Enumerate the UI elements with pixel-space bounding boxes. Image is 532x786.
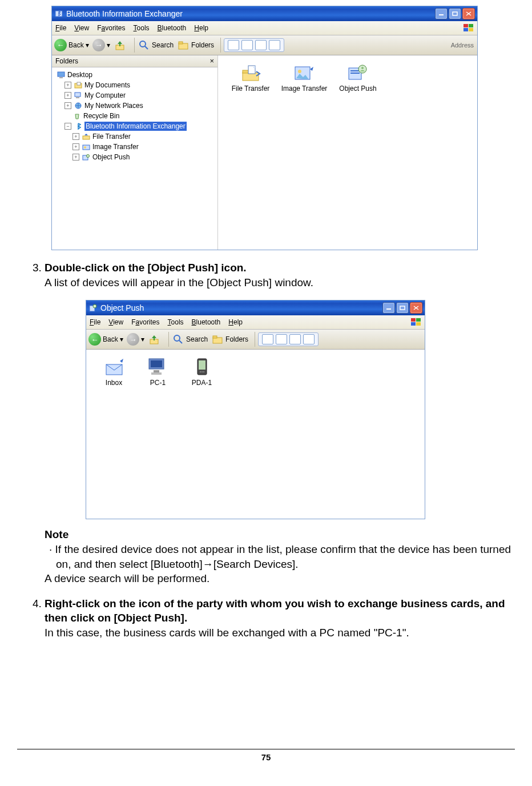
- view-icon-3[interactable]: [289, 334, 301, 344]
- search-button[interactable]: Search: [138, 39, 174, 51]
- menu-help[interactable]: Help: [228, 318, 243, 327]
- menu-favorites[interactable]: Favorites: [97, 23, 125, 33]
- view-icon-4[interactable]: [269, 40, 280, 50]
- menubar: File View Favorites Tools Bluetooth Help: [52, 21, 477, 35]
- svg-point-32: [361, 67, 364, 69]
- tree-mydocs[interactable]: +My Documents: [57, 80, 215, 90]
- svg-rect-3: [464, 24, 468, 27]
- step-4-title: Right-click on the icon of the party wit…: [45, 597, 505, 624]
- icon-view: Inbox PC-1 PDA-1: [86, 350, 425, 519]
- svg-rect-48: [154, 370, 159, 372]
- svg-rect-4: [469, 24, 473, 27]
- close-button[interactable]: [410, 302, 422, 314]
- page-number: 75: [17, 752, 515, 763]
- forward-button[interactable]: →▾: [127, 333, 144, 346]
- svg-rect-29: [350, 70, 360, 71]
- folders-button[interactable]: Folders: [177, 39, 214, 51]
- step-4-body: In this case, the business cards will be…: [45, 627, 409, 639]
- menu-view[interactable]: View: [74, 23, 89, 33]
- up-button[interactable]: [148, 333, 162, 346]
- svg-rect-35: [386, 308, 391, 310]
- svg-rect-14: [77, 82, 80, 85]
- back-button[interactable]: ←Back ▾: [88, 333, 123, 346]
- inbox-icon[interactable]: Inbox: [95, 356, 132, 387]
- maximize-button[interactable]: [449, 8, 461, 19]
- back-label: Back: [103, 335, 118, 344]
- svg-rect-11: [58, 72, 65, 77]
- search-button[interactable]: Search: [172, 333, 208, 346]
- menu-help[interactable]: Help: [194, 23, 208, 33]
- minimize-button[interactable]: [435, 8, 448, 19]
- step-3-body: A list of devices will appear in the [Ob…: [45, 276, 313, 288]
- note-heading: Note: [45, 527, 515, 542]
- object-push-icon[interactable]: Object Push: [334, 63, 381, 93]
- toolbar: ←Back ▾ →▾ Search Folders Address: [52, 35, 477, 55]
- folders-icon: [211, 333, 224, 346]
- svg-rect-30: [350, 73, 360, 74]
- window-bluetooth-info-exchanger: Bluetooth Information Exchanger File Vie…: [51, 6, 478, 250]
- menu-tools[interactable]: Tools: [168, 318, 184, 327]
- svg-rect-36: [400, 306, 405, 310]
- svg-rect-40: [416, 322, 421, 326]
- search-label: Search: [186, 335, 208, 344]
- menu-favorites[interactable]: Favorites: [131, 318, 159, 327]
- titlebar[interactable]: Object Push: [86, 300, 425, 315]
- folders-header-label: Folders: [55, 57, 78, 66]
- up-button[interactable]: [114, 39, 128, 51]
- view-buttons[interactable]: [224, 38, 284, 52]
- minimize-button[interactable]: [382, 302, 395, 314]
- note-block: Note · If the desired device does not ap…: [45, 527, 515, 586]
- window-title: Bluetooth Information Exchanger: [66, 9, 183, 19]
- tree-it[interactable]: +Image Transfer: [57, 142, 215, 152]
- tree-bie[interactable]: −Bluetooth Information Exchanger: [57, 121, 215, 131]
- svg-point-52: [199, 371, 200, 372]
- svg-point-22: [87, 155, 90, 158]
- svg-rect-10: [179, 42, 183, 44]
- tree-mynet[interactable]: +My Network Places: [57, 101, 215, 111]
- pc1-icon[interactable]: PC-1: [139, 356, 176, 387]
- view-icon-1[interactable]: [228, 40, 239, 50]
- view-buttons[interactable]: [258, 332, 319, 346]
- menu-tools[interactable]: Tools: [134, 23, 150, 33]
- window-object-push: Object Push File View Favorites Tools Bl…: [86, 300, 425, 519]
- menu-bluetooth[interactable]: Bluetooth: [158, 23, 187, 33]
- svg-rect-15: [75, 93, 80, 97]
- folders-button[interactable]: Folders: [211, 333, 248, 346]
- instruction-list: Double-click on the [Object Push] icon. …: [17, 260, 515, 290]
- file-transfer-icon[interactable]: File Transfer: [227, 63, 274, 93]
- maximize-button[interactable]: [396, 302, 409, 314]
- tree-recycle[interactable]: Recycle Bin: [57, 111, 215, 121]
- view-icon-3[interactable]: [255, 40, 267, 50]
- pda1-icon[interactable]: PDA-1: [183, 356, 220, 387]
- folders-label: Folders: [225, 335, 248, 344]
- menu-view[interactable]: View: [108, 318, 123, 327]
- tree-desktop[interactable]: Desktop: [57, 70, 215, 80]
- tree-mycomp[interactable]: +My Computer: [57, 90, 215, 101]
- svg-rect-16: [76, 97, 79, 98]
- back-button[interactable]: ←Back ▾: [54, 39, 89, 51]
- menu-file[interactable]: File: [90, 318, 100, 327]
- svg-point-8: [140, 41, 146, 47]
- image-transfer-icon[interactable]: Image Transfer: [281, 63, 328, 93]
- close-button[interactable]: [462, 8, 475, 19]
- view-icon-4[interactable]: [303, 334, 315, 344]
- menu-file[interactable]: File: [55, 23, 66, 33]
- back-label: Back: [68, 41, 84, 50]
- svg-point-20: [84, 146, 86, 149]
- menu-bluetooth[interactable]: Bluetooth: [192, 318, 221, 327]
- view-icon-1[interactable]: [262, 334, 273, 344]
- view-icon-2[interactable]: [276, 334, 287, 344]
- step-4: Right-click on the icon of the party wit…: [45, 596, 515, 640]
- forward-button[interactable]: →▾: [92, 39, 110, 51]
- view-icon-2[interactable]: [241, 40, 253, 50]
- windows-flag-icon: [464, 24, 474, 32]
- instruction-list-2: Right-click on the icon of the party wit…: [17, 596, 515, 640]
- svg-point-42: [174, 335, 180, 341]
- folders-header: Folders ×: [52, 55, 217, 67]
- inbox-label: Inbox: [95, 378, 132, 387]
- tree-op[interactable]: +Object Push: [57, 152, 215, 162]
- titlebar[interactable]: Bluetooth Information Exchanger: [52, 6, 477, 21]
- tree-ft[interactable]: +File Transfer: [57, 131, 215, 142]
- folders-close-icon[interactable]: ×: [209, 56, 214, 66]
- svg-point-27: [298, 70, 301, 73]
